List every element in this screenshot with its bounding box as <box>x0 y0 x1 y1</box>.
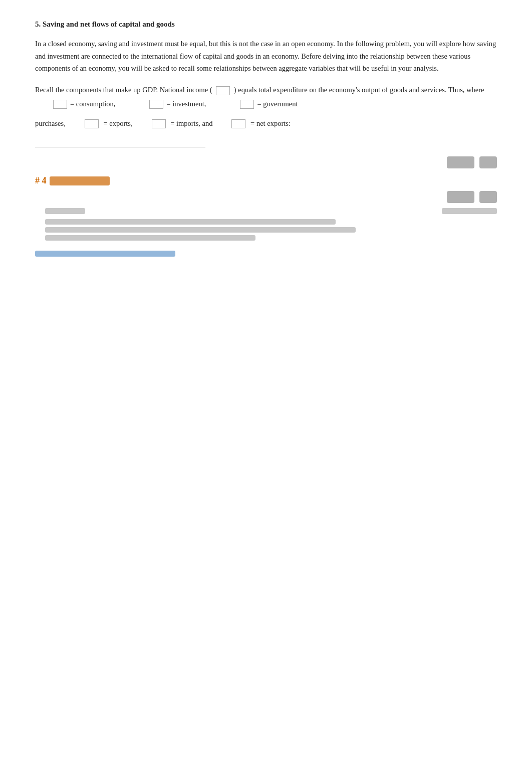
paragraph-2-end: ) equals total expenditure on the econom… <box>234 86 484 94</box>
var-c <box>53 100 67 109</box>
divider <box>35 147 205 147</box>
question-label-blurred <box>45 208 85 214</box>
button-row-2 <box>35 191 497 203</box>
eq2-text4: = net exports: <box>248 116 290 132</box>
blurred-line-1 <box>45 219 336 225</box>
eq2-text3: = imports, and <box>169 116 213 132</box>
eq1-text3: = government <box>257 96 298 112</box>
section-title: 5. Saving and net flows of capital and g… <box>35 20 497 29</box>
content-block <box>35 208 497 241</box>
section-title-text: 5. Saving and net flows of capital and g… <box>35 20 175 28</box>
button-row-1 <box>35 156 497 168</box>
eq1-text2: = investment, <box>166 96 206 112</box>
eq2-text2: = exports, <box>102 116 133 132</box>
answer-label-blurred <box>442 208 497 214</box>
var-nx <box>231 119 245 128</box>
submit-button-blurred[interactable] <box>447 156 474 168</box>
see-solution-link-blurred[interactable] <box>35 251 175 257</box>
hash-number: # 4 <box>35 175 47 186</box>
var-ex <box>85 119 99 128</box>
skip-button-blurred[interactable] <box>479 156 497 168</box>
orange-title-blurred <box>50 176 110 185</box>
paragraph-2-start: Recall the components that make up GDP. … <box>35 86 212 94</box>
equation-line-1: = consumption, = investment, = governmen… <box>35 96 497 112</box>
blurred-line-2 <box>45 227 356 233</box>
paragraph-2: Recall the components that make up GDP. … <box>35 84 497 96</box>
label-row <box>45 208 497 214</box>
link-row <box>35 247 497 259</box>
orange-title-row: # 4 <box>35 175 497 186</box>
eq1-text1: = consumption, <box>70 96 115 112</box>
paragraph-1: In a closed economy, saving and investme… <box>35 38 497 75</box>
skip-button-blurred-2[interactable] <box>479 191 497 203</box>
variable-box-y <box>216 86 230 95</box>
equation-line-2: purchases, = exports, = imports, and = n… <box>35 116 497 132</box>
eq2-text1: purchases, <box>35 116 66 132</box>
paragraph-1-text: In a closed economy, saving and investme… <box>35 40 496 72</box>
var-i <box>149 100 163 109</box>
blurred-paragraph-1 <box>45 219 497 241</box>
var-im <box>152 119 166 128</box>
obscured-section: # 4 <box>35 147 497 259</box>
var-g <box>240 100 254 109</box>
blurred-line-3 <box>45 235 255 241</box>
submit-button-blurred-2[interactable] <box>447 191 474 203</box>
